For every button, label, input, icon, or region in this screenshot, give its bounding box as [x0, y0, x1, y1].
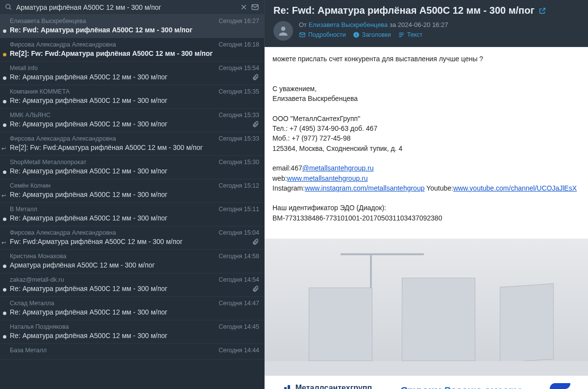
- time: Сегодня 16:18: [219, 41, 259, 48]
- message-list-sidebar: Елизавета ВыскребенцеваСегодня 16:27Re: …: [0, 0, 265, 389]
- reader-header: Re: Fwd: Арматура рифлёная А500С 12 мм -…: [265, 0, 588, 47]
- youtube-link[interactable]: www.youtube.com/channel/UCOJaJlEsX: [453, 184, 577, 192]
- time: Сегодня 15:54: [219, 65, 259, 72]
- sender: Семён Колчин: [10, 182, 50, 189]
- info-icon: i: [353, 31, 360, 38]
- subject: Re: Арматура рифлёная А500С 12 мм - 300 …: [10, 167, 259, 175]
- svg-point-5: [281, 26, 286, 31]
- subject: Re: Арматура рифлёная А500С 12 мм - 300 …: [10, 73, 249, 81]
- mail-item[interactable]: ↩Фирсова Александра АлександровнаСегодня…: [0, 226, 264, 250]
- from-link[interactable]: Елизавета Выскребенцева: [309, 21, 388, 28]
- message-title: Re: Fwd: Арматура рифлёная А500С 12 мм -…: [273, 5, 579, 16]
- status-dot: [3, 265, 6, 268]
- signature-image: [265, 239, 588, 376]
- sender: ММК АЛЬЯНС: [10, 112, 50, 119]
- email-link[interactable]: @metallsantehgroup.ru: [302, 164, 374, 172]
- status-dot: [3, 288, 6, 292]
- open-external-icon[interactable]: [539, 7, 546, 15]
- subject: Re: Арматура рифлёная А500С 12 мм - 300 …: [10, 214, 259, 222]
- instagram-link[interactable]: www.instagram.com/metallsantehgroup: [305, 184, 424, 192]
- text-action[interactable]: Текст: [398, 31, 422, 38]
- mail-item[interactable]: Фирсова Александра АлександровнаСегодня …: [0, 38, 264, 62]
- status-dot: [3, 29, 6, 33]
- mail-item[interactable]: ↩Семён КолчинСегодня 15:12Re: Арматура р…: [0, 179, 264, 203]
- mail-item[interactable]: В МеталлСегодня 15:11Re: Арматура рифлён…: [0, 203, 264, 226]
- svg-line-1: [9, 8, 11, 9]
- time: Сегодня 16:27: [219, 18, 259, 24]
- subject: Re: Fwd: Арматура рифлёная А500С 12 мм -…: [10, 26, 259, 34]
- mail-item[interactable]: ММК АЛЬЯНССегодня 15:33Re: Арматура рифл…: [0, 109, 264, 132]
- avatar: [273, 21, 293, 41]
- company-logo: Металлсантехгрупп Ваш надежный поставщик: [281, 384, 372, 389]
- status-dot: [3, 170, 6, 174]
- status-dot: [3, 53, 6, 56]
- search-input[interactable]: [16, 3, 237, 11]
- reply-icon: ↩: [1, 146, 6, 152]
- message-title-text: Re: Fwd: Арматура рифлёная А500С 12 мм -…: [273, 5, 535, 16]
- mail-item[interactable]: ShopMetall МеталлопрокатСегодня 15:30Re:…: [0, 156, 264, 179]
- mail-item[interactable]: zakaz@metall-dk.ruСегодня 14:54Re: Армат…: [0, 273, 264, 297]
- sender: Кристина Монахова: [10, 253, 66, 260]
- mail-item[interactable]: Компания КОММЕТАСегодня 15:35Re: Арматур…: [0, 85, 264, 109]
- status-dot: [3, 335, 6, 339]
- status-dot: [3, 76, 6, 80]
- sender: Фирсова Александра Александровна: [10, 135, 116, 142]
- svg-text:i: i: [356, 33, 357, 37]
- sender: В Металл: [10, 206, 37, 213]
- sender: Склад Металла: [10, 300, 54, 307]
- time: Сегодня 14:45: [219, 323, 259, 330]
- time: Сегодня 15:12: [219, 182, 259, 189]
- search-icon: [5, 3, 12, 11]
- mail-item[interactable]: Кристина МонаховаСегодня 14:58Арматура р…: [0, 250, 264, 273]
- signature-banner: Металлсантехгрупп Ваш надежный поставщик…: [265, 376, 588, 389]
- time: Сегодня 15:11: [219, 206, 259, 213]
- web-link[interactable]: www.metallsantehgroup.ru: [287, 174, 368, 182]
- from-line: От Елизавета Выскребенцева за 2024-06-20…: [299, 21, 448, 28]
- text-lines-icon: [398, 31, 405, 38]
- subject: Fw: Fwd:Арматура рифлёная А500С 12 мм - …: [10, 238, 249, 245]
- subject: Re: Арматура рифлёная А500С 12 мм - 300 …: [10, 120, 249, 128]
- subject: Re: Арматура рифлёная А500С 12 мм - 300 …: [10, 308, 259, 316]
- slogan-text: Строим Россию вместе: [400, 385, 522, 389]
- subject: Re: Арматура рифлёная А500С 12 мм - 300 …: [10, 191, 259, 198]
- subject: Re: Арматура рифлёная А500С 12 мм - 300 …: [10, 285, 249, 292]
- time: Сегодня 15:30: [219, 159, 259, 166]
- sender: Metall info: [10, 65, 38, 72]
- time: Сегодня 14:58: [219, 253, 259, 260]
- time: Сегодня 15:33: [219, 112, 259, 119]
- subject: Re: Арматура рифлёная А500С 12 мм - 300 …: [10, 332, 259, 340]
- mail-item[interactable]: Елизавета ВыскребенцеваСегодня 16:27Re: …: [0, 15, 264, 38]
- bars-icon: [281, 385, 292, 389]
- status-dot: [3, 312, 6, 315]
- sender: База Металл: [10, 347, 47, 354]
- subject: Re: Арматура рифлёная А500С 12 мм - 300 …: [10, 97, 259, 104]
- mail-item[interactable]: База МеталлСегодня 14:44: [0, 344, 264, 360]
- envelope-icon: [299, 31, 306, 38]
- search-bar: [0, 0, 264, 15]
- status-dot: [3, 100, 6, 103]
- svg-point-0: [6, 4, 10, 9]
- attachment-icon: [252, 238, 259, 245]
- headers-action[interactable]: i Заголовки: [353, 31, 391, 38]
- attachment-icon: [252, 285, 259, 292]
- status-dot: [3, 218, 6, 221]
- reader-pane: Re: Fwd: Арматура рифлёная А500С 12 мм -…: [265, 0, 588, 389]
- flag-icon: [550, 381, 572, 389]
- subject: Re[2]: Fw: Fwd:Арматура рифлёная А500С 1…: [10, 49, 259, 57]
- sender: Наталья Позднякова: [10, 323, 69, 330]
- body-question: можете прислать счет конкурента для выст…: [272, 54, 580, 64]
- subject: Арматура рифлёная А500С 12 мм - 300 м/по…: [10, 261, 259, 269]
- mail-list[interactable]: Елизавета ВыскребенцеваСегодня 16:27Re: …: [0, 15, 264, 389]
- mail-item[interactable]: Наталья ПоздняковаСегодня 14:45Re: Армат…: [0, 320, 264, 344]
- mail-item[interactable]: Metall infoСегодня 15:54Re: Арматура риф…: [0, 62, 264, 85]
- time: Сегодня 15:35: [219, 88, 259, 95]
- sender: Фирсова Александра Александровна: [10, 41, 116, 48]
- sender: ShopMetall Металлопрокат: [10, 159, 86, 166]
- sender: Фирсова Александра Александровна: [10, 229, 116, 236]
- compose-icon[interactable]: [251, 3, 259, 11]
- mail-item[interactable]: Склад МеталлаСегодня 14:47Re: Арматура р…: [0, 297, 264, 320]
- clear-search-icon[interactable]: [241, 4, 247, 10]
- details-action[interactable]: Подробности: [299, 31, 346, 38]
- mail-item[interactable]: ↩Фирсова Александра АлександровнаСегодня…: [0, 132, 264, 156]
- sender: Елизавета Выскребенцева: [10, 18, 86, 24]
